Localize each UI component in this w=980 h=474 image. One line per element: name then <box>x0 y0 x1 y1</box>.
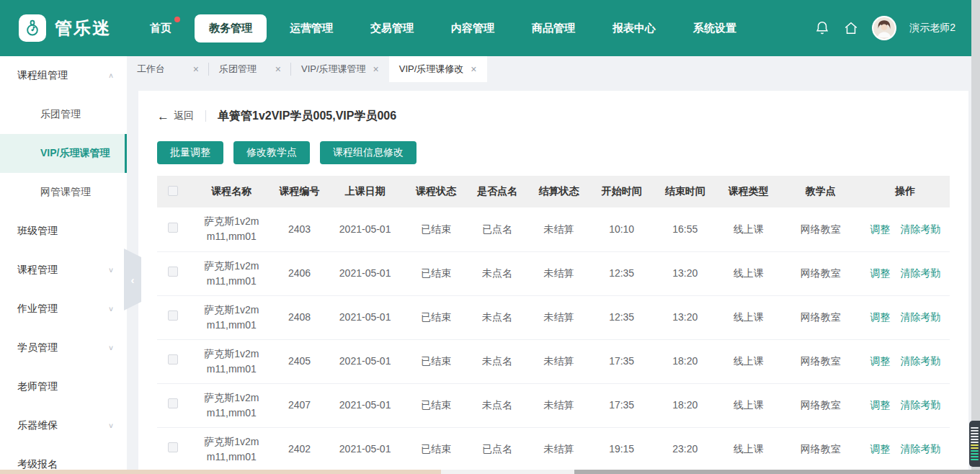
cell-status: 已结束 <box>405 251 466 295</box>
sidebar-subitem[interactable]: 网管课管理 <box>0 173 127 212</box>
vertical-scrollbar[interactable] <box>971 0 980 470</box>
sidebar-collapse-handle[interactable]: ‹ <box>124 249 141 310</box>
column-header: 课程名称 <box>190 176 274 207</box>
action-button[interactable]: 批量调整 <box>157 141 223 164</box>
nav-item[interactable]: 内容管理 <box>437 14 509 43</box>
user-avatar[interactable] <box>872 16 896 40</box>
nav-item-label: 首页 <box>150 22 172 34</box>
cell-code: 2407 <box>274 383 325 427</box>
cell-settlement: 未结算 <box>528 295 590 339</box>
cell-location: 网络教室 <box>780 383 860 427</box>
back-button[interactable]: ← 返回 <box>157 109 194 122</box>
cell-status: 已结束 <box>405 427 466 471</box>
cell-rollcall: 未点名 <box>466 383 527 427</box>
cell-code: 2405 <box>274 339 325 383</box>
cell-type: 线上课 <box>717 207 780 251</box>
cell-rollcall: 未点名 <box>466 295 527 339</box>
nav-item[interactable]: 商品管理 <box>517 14 589 43</box>
cell-status: 已结束 <box>405 207 466 251</box>
cell-start_time: 10:10 <box>590 207 654 251</box>
column-header: 教学点 <box>780 176 860 207</box>
row-action-link[interactable]: 调整 <box>870 267 890 279</box>
sidebar-item-label: 课程管理 <box>17 264 58 277</box>
row-actions-cell: 调整清除考勤 <box>860 339 950 383</box>
tab-close-icon[interactable]: × <box>471 63 476 75</box>
horizontal-scrollbar[interactable] <box>0 470 980 474</box>
row-action-link[interactable]: 调整 <box>870 399 890 411</box>
row-action-link[interactable]: 清除考勤 <box>900 399 940 411</box>
cell-type: 线上课 <box>717 295 780 339</box>
course-name-cell: 萨克斯1v2mm11,mm01 <box>190 427 274 471</box>
row-actions-cell: 调整清除考勤 <box>860 383 950 427</box>
column-header: 课程状态 <box>405 176 466 207</box>
home-icon[interactable] <box>843 20 859 36</box>
sidebar-item[interactable]: 乐器维保∨ <box>0 406 127 445</box>
row-actions-cell: 调整清除考勤 <box>860 251 950 295</box>
divider <box>205 110 206 122</box>
table-row: 萨克斯1v2mm11,mm0124082021-05-01已结束未点名未结算12… <box>157 295 950 339</box>
chevron-down-icon: ∨ <box>108 344 114 352</box>
nav-item[interactable]: 报表中心 <box>598 14 670 43</box>
sidebar-item[interactable]: 班级管理 <box>0 212 127 251</box>
tab-close-icon[interactable]: × <box>193 63 199 75</box>
row-checkbox[interactable] <box>168 223 178 233</box>
cell-date: 2021-05-01 <box>325 427 405 471</box>
nav-item[interactable]: 教务管理 <box>195 14 267 43</box>
tab-label: 工作台 <box>137 63 165 76</box>
tab-close-icon[interactable]: × <box>275 63 281 75</box>
action-button[interactable]: 课程组信息修改 <box>320 141 416 164</box>
tab[interactable]: 工作台× <box>127 56 209 82</box>
nav-item[interactable]: 系统设置 <box>679 14 751 43</box>
sidebar-item[interactable]: 学员管理∨ <box>0 328 127 367</box>
sidebar-subitem[interactable]: 乐团管理 <box>0 95 127 134</box>
column-header: 结算状态 <box>528 176 590 207</box>
table-row: 萨克斯1v2mm11,mm0124022021-05-01已结束已点名未结算19… <box>157 427 950 471</box>
action-button[interactable]: 修改教学点 <box>233 141 310 164</box>
nav-item-label: 运营管理 <box>290 22 333 34</box>
row-action-link[interactable]: 调整 <box>870 311 890 323</box>
table-row: 萨克斯1v2mm11,mm0124052021-05-01已结束未点名未结算17… <box>157 339 950 383</box>
cell-location: 网络教室 <box>780 427 860 471</box>
devtools-widget-icon[interactable] <box>969 421 980 467</box>
sidebar-item-label: 学员管理 <box>17 341 58 354</box>
main-nav-menu: 首页教务管理运营管理交易管理内容管理商品管理报表中心系统设置 <box>135 14 751 43</box>
sidebar-subitem[interactable]: VIP/乐理课管理 <box>0 134 127 173</box>
cell-status: 已结束 <box>405 339 466 383</box>
nav-item[interactable]: 交易管理 <box>356 14 428 43</box>
row-checkbox[interactable] <box>168 354 178 365</box>
bell-icon[interactable] <box>814 20 830 36</box>
row-checkbox[interactable] <box>168 310 178 321</box>
row-action-link[interactable]: 清除考勤 <box>900 311 940 323</box>
course-table: 课程名称课程编号上课日期课程状态是否点名结算状态开始时间结束时间课程类型教学点操… <box>157 176 950 472</box>
tab[interactable]: VIP/乐理课修改× <box>389 56 487 82</box>
row-checkbox[interactable] <box>168 398 178 408</box>
user-name[interactable]: 演示老师2 <box>909 22 956 35</box>
cell-end_time: 16:55 <box>654 207 717 251</box>
tab[interactable]: 乐团管理× <box>209 56 291 82</box>
select-all-cell <box>157 176 190 207</box>
row-action-link[interactable]: 调整 <box>870 443 890 455</box>
toolbar: 批量调整修改教学点课程组信息修改 <box>157 141 950 164</box>
row-checkbox[interactable] <box>168 442 178 452</box>
nav-item[interactable]: 首页 <box>135 14 186 43</box>
row-action-link[interactable]: 调整 <box>870 223 890 235</box>
sidebar-item[interactable]: 作业管理∨ <box>0 290 127 328</box>
course-name-cell: 萨克斯1v2mm11,mm01 <box>190 251 274 295</box>
row-select-cell <box>157 427 190 471</box>
tab-label: VIP/乐理课管理 <box>301 63 366 76</box>
sidebar-item[interactable]: 老师管理 <box>0 367 127 406</box>
row-action-link[interactable]: 清除考勤 <box>900 267 940 279</box>
tab-close-icon[interactable]: × <box>373 63 379 75</box>
row-select-cell <box>157 207 190 251</box>
row-action-link[interactable]: 调整 <box>870 355 890 367</box>
brand[interactable]: 管乐迷 <box>0 14 111 42</box>
tab[interactable]: VIP/乐理课管理× <box>291 56 389 82</box>
row-action-link[interactable]: 清除考勤 <box>900 443 940 455</box>
sidebar-item[interactable]: 课程组管理∧ <box>0 56 127 95</box>
row-action-link[interactable]: 清除考勤 <box>900 223 940 235</box>
row-action-link[interactable]: 清除考勤 <box>900 355 940 367</box>
sidebar-item[interactable]: 课程管理∨ <box>0 251 127 290</box>
select-all-checkbox[interactable] <box>168 186 178 196</box>
row-checkbox[interactable] <box>168 267 178 277</box>
nav-item[interactable]: 运营管理 <box>275 14 347 43</box>
